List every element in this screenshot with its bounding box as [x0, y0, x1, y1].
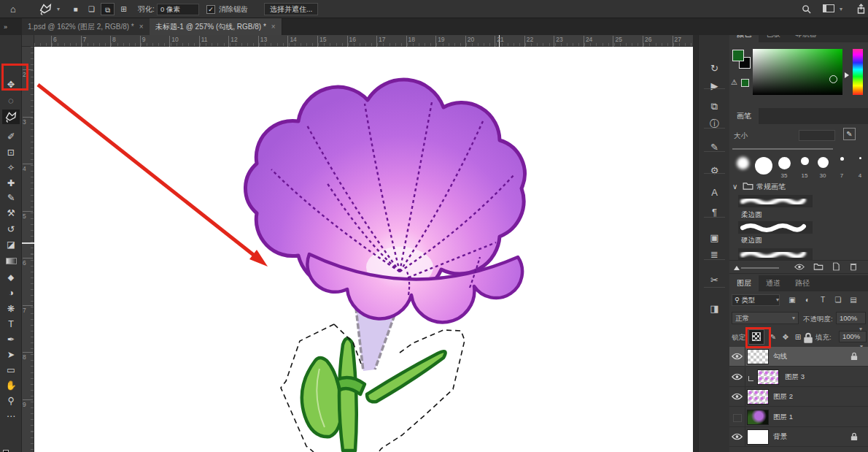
select-and-mask-button[interactable]: 选择并遮住...: [264, 3, 318, 15]
horizontal-ruler[interactable]: 6789101112131415161718192021222324252627: [34, 35, 693, 47]
layer-row[interactable]: 图层 1: [729, 407, 868, 427]
filter-adjustment-layers-icon[interactable]: ◐: [802, 294, 813, 306]
lock-all-button[interactable]: [802, 332, 814, 344]
dodge-tool[interactable]: ◑: [2, 286, 20, 300]
adjustments-panel-icon[interactable]: ✂: [699, 272, 730, 288]
brush-folder-row[interactable]: ∨ 常规画笔: [732, 180, 786, 193]
intersect-selection-button[interactable]: ⊞: [117, 3, 131, 15]
layer-filter-dropdown[interactable]: ⚲ 类型▾: [732, 294, 780, 306]
healing-brush-tool[interactable]: ✚: [2, 176, 20, 191]
workspace-caret-icon[interactable]: ▾: [837, 0, 845, 18]
new-group-icon[interactable]: [813, 262, 824, 273]
brush-preview-toggle-icon[interactable]: ✎: [843, 128, 856, 140]
layer-thumbnail[interactable]: [747, 389, 769, 405]
shape-tool[interactable]: ▭: [2, 363, 20, 378]
stroke-preview-slider-icon[interactable]: [734, 266, 740, 270]
document-tab-1[interactable]: 1.psd @ 162% (图层 2, RGB/8) *×: [22, 18, 150, 35]
history-panel-icon[interactable]: ↻: [699, 61, 730, 77]
filter-smart-objects-icon[interactable]: ▤: [848, 294, 859, 306]
brush-preset[interactable]: 30: [813, 156, 832, 179]
lasso-tool-icon[interactable]: [36, 0, 54, 18]
smudge-tool[interactable]: ❋: [2, 302, 20, 316]
layer-row[interactable]: 图层 2: [729, 387, 868, 407]
type-tool[interactable]: T: [2, 317, 20, 332]
opacity-dropdown[interactable]: 100%▾: [836, 312, 866, 324]
lock-position-icon[interactable]: ✥: [780, 332, 791, 343]
eraser-tool[interactable]: ◪: [2, 237, 20, 252]
info-panel-icon[interactable]: ⓘ: [699, 116, 730, 132]
tab-channels[interactable]: 通道: [759, 275, 788, 291]
pen-tool[interactable]: ✒: [2, 332, 20, 347]
layer-thumbnail[interactable]: [757, 369, 779, 385]
history-brush-tool[interactable]: ↺: [2, 222, 20, 237]
workspace-icon[interactable]: [821, 0, 837, 18]
lasso-tool[interactable]: [2, 110, 20, 124]
toolbar-expand-icon[interactable]: »: [4, 23, 7, 31]
layer-visibility-toggle[interactable]: [729, 387, 745, 407]
hue-slider[interactable]: [853, 49, 863, 95]
antialias-checkbox[interactable]: ✓: [206, 5, 215, 14]
path-select-tool[interactable]: ➤: [2, 348, 20, 362]
layer-row[interactable]: 勾线: [729, 347, 868, 367]
filter-pixel-layers-icon[interactable]: ▣: [786, 294, 798, 306]
panel-foreground-swatch[interactable]: [732, 50, 744, 61]
eyedropper-tool[interactable]: ✧: [2, 161, 20, 175]
crop-tool[interactable]: ⊡: [2, 145, 20, 160]
layer-visibility-toggle[interactable]: [729, 407, 745, 427]
brush-size-slider[interactable]: [732, 148, 833, 150]
delete-brush-icon[interactable]: [848, 262, 859, 273]
brush-preset[interactable]: 7: [832, 156, 851, 179]
add-selection-button[interactable]: ❏: [85, 3, 98, 15]
layer-thumbnail[interactable]: [747, 429, 769, 445]
tab-paths[interactable]: 路径: [788, 275, 817, 291]
subtract-selection-button[interactable]: ⧉: [101, 3, 115, 15]
new-brush-icon[interactable]: [830, 262, 842, 273]
layer-visibility-toggle[interactable]: [729, 347, 745, 367]
hand-tool[interactable]: ✋: [2, 378, 20, 393]
gamut-warning-icon[interactable]: ⚠: [731, 78, 737, 86]
folder-expand-icon[interactable]: ∨: [732, 183, 737, 191]
more-tools[interactable]: ⋯: [2, 409, 20, 424]
actions-panel-icon[interactable]: ▶: [699, 78, 730, 94]
tab-brushes[interactable]: 画笔: [729, 108, 759, 124]
gamut-warning-swatch[interactable]: [741, 79, 749, 87]
brush-preset[interactable]: 35: [775, 156, 794, 179]
share-icon[interactable]: [853, 0, 868, 18]
layer-thumbnail[interactable]: [747, 410, 769, 425]
brush-item[interactable]: 柔边圆: [741, 210, 813, 220]
brush-stroke-thumb[interactable]: [738, 195, 813, 207]
clone-source-panel-icon[interactable]: ⧉: [699, 99, 730, 115]
libraries-panel-icon[interactable]: ▣: [699, 230, 730, 246]
blend-mode-dropdown[interactable]: 正常▾: [732, 312, 799, 324]
filter-type-layers-icon[interactable]: T: [817, 294, 829, 306]
brush-size-input[interactable]: [799, 130, 835, 141]
new-selection-button[interactable]: ■: [69, 3, 82, 15]
quick-selection-tool[interactable]: ✐: [2, 129, 20, 144]
brush-preset[interactable]: 15: [795, 156, 814, 179]
brush-stroke-thumb[interactable]: [738, 248, 813, 261]
tool-presets-panel-icon[interactable]: ⚙: [699, 163, 730, 179]
vertical-ruler[interactable]: 23456789: [22, 47, 34, 452]
layer-thumbnail[interactable]: [747, 349, 769, 364]
live-tip-preview-icon[interactable]: [794, 262, 805, 273]
brush-tool[interactable]: ✎: [2, 191, 20, 205]
home-icon[interactable]: ⌂: [6, 0, 20, 18]
search-icon[interactable]: [799, 0, 813, 18]
tool-preset-caret-icon[interactable]: ▾: [54, 0, 63, 18]
feather-input[interactable]: 0 像素: [157, 4, 199, 15]
color-picker-cursor[interactable]: [829, 75, 837, 83]
brush-item[interactable]: 硬边圆: [741, 235, 813, 245]
zoom-tool[interactable]: ⚲: [2, 394, 20, 408]
fill-dropdown[interactable]: 100%▾: [839, 331, 867, 342]
document-canvas[interactable]: [34, 47, 693, 452]
ruler-origin-corner[interactable]: [22, 35, 34, 47]
layer-row[interactable]: 图层 3: [729, 367, 868, 387]
close-tab-icon[interactable]: ×: [139, 23, 144, 31]
clone-stamp-tool[interactable]: ⚒: [2, 206, 20, 221]
properties-panel-icon[interactable]: ≣: [699, 247, 730, 263]
layer-visibility-toggle[interactable]: [729, 427, 745, 447]
document-tab-2[interactable]: 未标题-1 @ 257% (勾线, RGB/8) *×: [150, 18, 282, 35]
brush-settings-panel-icon[interactable]: ✎: [699, 139, 730, 156]
layer-row[interactable]: 背景: [729, 427, 868, 447]
tab-layers[interactable]: 图层: [729, 275, 759, 291]
